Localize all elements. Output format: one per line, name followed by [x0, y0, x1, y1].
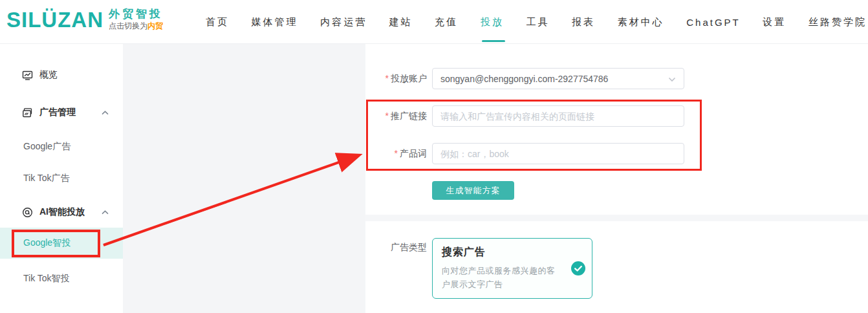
ads-folder-icon	[22, 107, 33, 118]
nav-item-home[interactable]: 首页	[206, 0, 229, 44]
required-asterisk: *	[385, 111, 389, 121]
sidebar: 概览 广告管理 Google广告 Tik Tok广告 AI智能投放	[0, 44, 123, 313]
sidebar-item-label: Tik Tok智投	[23, 273, 70, 285]
sidebar-item-tiktok-ads[interactable]: Tik Tok广告	[0, 164, 123, 193]
nav-item-materials[interactable]: 素材中心	[618, 0, 664, 44]
sidebar-item-overview[interactable]: 概览	[0, 60, 123, 90]
search-ad-card[interactable]: 搜索广告 向对您产品或服务感兴趣的客户展示文字广告	[432, 238, 592, 299]
product-words-input[interactable]	[432, 143, 684, 164]
sidebar-item-google-smart[interactable]: Google智投	[0, 228, 123, 259]
account-select-value: songyan@chenggongyi.com-2927754786	[440, 74, 668, 84]
switch-highlight: 内贸	[147, 21, 163, 30]
sidebar-group-ad-management[interactable]: 广告管理	[0, 98, 123, 127]
section-divider	[365, 215, 868, 221]
annotation-arrow	[97, 144, 376, 252]
logo-text: SILÜZAN	[6, 9, 103, 30]
promo-link-input[interactable]	[432, 105, 684, 127]
top-nav-bar: SILÜZAN 外贸智投 点击切换为内贸 首页 媒体管理 内容运营 建站 充值 …	[0, 0, 868, 44]
main-nav: 首页 媒体管理 内容运营 建站 充值 投放 工具 报表 素材中心 ChatGPT…	[206, 0, 867, 44]
promo-link-label: *推广链接	[365, 111, 427, 122]
nav-item-recharge[interactable]: 充值	[435, 0, 458, 44]
trade-mode-switch[interactable]: 点击切换为内贸	[109, 21, 163, 32]
sidebar-item-label: Google广告	[23, 141, 71, 153]
chevron-down-icon	[668, 73, 676, 85]
required-asterisk: *	[385, 73, 389, 83]
sidebar-item-label: Tik Tok广告	[23, 173, 70, 184]
switch-prefix: 点击切换为	[109, 21, 147, 30]
nav-item-media[interactable]: 媒体管理	[252, 0, 298, 44]
sidebar-group-label: 广告管理	[39, 107, 76, 118]
nav-item-reports[interactable]: 报表	[572, 0, 595, 44]
sidebar-item-google-ads[interactable]: Google广告	[0, 132, 123, 162]
product-words-row: *产品词	[365, 143, 868, 164]
chevron-up-icon	[102, 111, 109, 115]
page: SILÜZAN 外贸智投 点击切换为内贸 首页 媒体管理 内容运营 建站 充值 …	[0, 0, 868, 313]
search-ad-title: 搜索广告	[442, 246, 583, 259]
sidebar-item-label: 概览	[39, 69, 58, 81]
generate-plan-button[interactable]: 生成智能方案	[432, 181, 514, 200]
ai-target-icon	[22, 207, 33, 218]
account-label: *投放账户	[365, 73, 427, 85]
nav-item-academy[interactable]: 丝路赞学院	[808, 0, 867, 44]
account-select[interactable]: songyan@chenggongyi.com-2927754786	[432, 68, 684, 89]
sidebar-item-tiktok-smart[interactable]: Tik Tok智投	[0, 264, 123, 294]
nav-item-settings[interactable]: 设置	[763, 0, 786, 44]
product-words-label: *产品词	[365, 148, 427, 160]
overview-chart-icon	[22, 70, 33, 81]
brand-logo[interactable]: SILÜZAN 外贸智投 点击切换为内贸	[6, 8, 163, 32]
main-panel: *投放账户 songyan@chenggongyi.com-2927754786…	[365, 44, 868, 313]
promo-link-row: *推广链接	[365, 105, 868, 127]
nav-item-content[interactable]: 内容运营	[320, 0, 367, 44]
ad-type-row: 广告类型 搜索广告 向对您产品或服务感兴趣的客户展示文字广告	[365, 238, 868, 299]
account-row: *投放账户 songyan@chenggongyi.com-2927754786	[365, 68, 868, 89]
nav-item-tools[interactable]: 工具	[526, 0, 549, 44]
required-asterisk: *	[395, 148, 398, 158]
chevron-up-icon	[102, 210, 109, 215]
sidebar-group-label: AI智能投放	[39, 206, 85, 218]
nav-item-placement[interactable]: 投放	[481, 0, 504, 44]
sidebar-item-label: Google智投	[23, 237, 71, 249]
search-ad-description: 向对您产品或服务感兴趣的客户展示文字广告	[442, 264, 559, 292]
nav-item-chatgpt[interactable]: ChatGPT	[686, 0, 741, 44]
nav-item-site[interactable]: 建站	[389, 0, 413, 44]
sidebar-group-ai-smart[interactable]: AI智能投放	[0, 197, 123, 227]
selected-check-icon	[571, 261, 585, 275]
brand-product-name: 外贸智投	[109, 8, 163, 21]
ad-type-label: 广告类型	[365, 238, 427, 254]
